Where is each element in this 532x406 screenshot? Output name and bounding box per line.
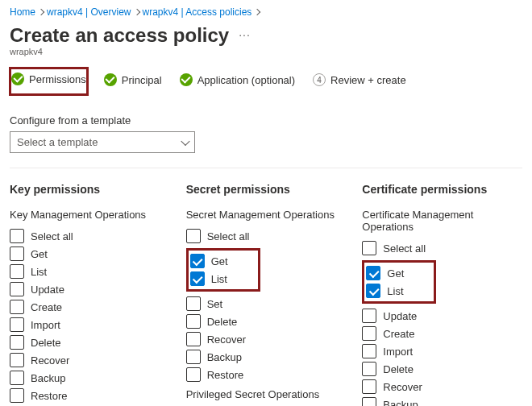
checkbox-icon	[190, 254, 205, 268]
checkbox-label: Select all	[383, 242, 426, 255]
group-title: Privileged Secret Operations	[186, 388, 347, 400]
checkbox-icon	[186, 332, 201, 346]
checkbox-label: Delete	[31, 337, 61, 349]
checkbox-icon	[362, 241, 376, 255]
permissions-column: Key permissionsKey Management Operations…	[10, 183, 170, 406]
checkbox-label: Delete	[383, 363, 414, 375]
checkbox-icon	[10, 282, 24, 296]
chevron-right-icon	[133, 9, 139, 15]
chevron-right-icon	[38, 9, 44, 15]
permission-checkbox[interactable]: Get	[10, 245, 170, 263]
permission-checkbox[interactable]: List	[190, 270, 255, 288]
checkbox-label: Recover	[31, 354, 69, 367]
checkbox-icon	[186, 314, 201, 329]
checkbox-label: Update	[383, 310, 417, 322]
checkbox-label: Restore	[207, 369, 244, 381]
check-circle-icon	[11, 72, 24, 85]
checkbox-label: Get	[211, 255, 228, 267]
permission-checkbox[interactable]: Create	[362, 325, 522, 342]
checkbox-label: Create	[31, 301, 62, 313]
page-title: Create an access policy	[10, 24, 229, 47]
permission-checkbox[interactable]: Backup	[362, 396, 522, 406]
checkbox-icon	[10, 371, 24, 385]
checkbox-icon	[10, 388, 24, 403]
checkbox-label: Set	[207, 298, 223, 310]
select-all-checkbox[interactable]: Select all	[186, 227, 347, 245]
highlight-box: GetList	[186, 248, 260, 292]
checkbox-icon	[362, 326, 376, 341]
wizard-step[interactable]: Permissions	[10, 68, 88, 95]
checkbox-label: Import	[383, 346, 413, 358]
check-circle-icon	[180, 73, 193, 86]
permission-checkbox[interactable]: Set	[186, 295, 347, 313]
highlight-box: GetList	[362, 260, 436, 304]
permission-checkbox[interactable]: List	[10, 263, 170, 280]
wizard-steps: PermissionsPrincipalApplication (optiona…	[10, 68, 522, 95]
select-all-checkbox[interactable]: Select all	[10, 227, 170, 245]
permission-checkbox[interactable]: List	[366, 282, 430, 300]
more-icon[interactable]: ···	[239, 28, 251, 41]
checkbox-label: Update	[31, 284, 64, 296]
breadcrumb-link[interactable]: wrapkv4 | Access policies	[143, 6, 252, 18]
checkbox-label: List	[211, 273, 227, 285]
checkbox-label: Backup	[383, 399, 418, 407]
check-circle-icon	[104, 73, 117, 86]
wizard-step[interactable]: Principal	[102, 68, 164, 94]
checkbox-icon	[186, 350, 201, 364]
breadcrumb: Homewrapkv4 | Overviewwrapkv4 | Access p…	[10, 6, 522, 18]
breadcrumb-link[interactable]: wrapkv4 | Overview	[47, 6, 131, 18]
checkbox-label: Create	[383, 328, 414, 340]
permission-checkbox[interactable]: Get	[366, 264, 430, 282]
checkbox-icon	[366, 284, 380, 298]
permission-checkbox[interactable]: Delete	[10, 334, 170, 351]
permission-checkbox[interactable]: Create	[10, 298, 170, 316]
permissions-column: Certificate permissionsCertificate Manag…	[362, 183, 522, 406]
checkbox-label: Recover	[207, 334, 246, 346]
wizard-step[interactable]: Application (optional)	[178, 68, 297, 94]
checkbox-label: Import	[31, 319, 60, 331]
permission-checkbox[interactable]: Update	[362, 307, 522, 325]
checkbox-icon	[362, 362, 376, 376]
permission-checkbox[interactable]: Recover	[186, 330, 347, 348]
permission-checkbox[interactable]: Delete	[186, 313, 347, 330]
permissions-columns: Key permissionsKey Management Operations…	[10, 183, 522, 406]
wizard-step-label: Review + create	[330, 74, 406, 86]
permission-checkbox[interactable]: Recover	[362, 378, 522, 396]
checkbox-icon	[10, 246, 24, 261]
permission-checkbox[interactable]: Restore	[186, 366, 347, 383]
checkbox-label: Recover	[383, 381, 422, 393]
permission-checkbox[interactable]: Recover	[10, 351, 170, 369]
checkbox-icon	[186, 229, 201, 243]
wizard-step-label: Permissions	[29, 73, 86, 85]
breadcrumb-link[interactable]: Home	[10, 6, 35, 18]
checkbox-icon	[362, 309, 376, 323]
wizard-step[interactable]: 4Review + create	[311, 68, 408, 94]
checkbox-label: Select all	[207, 230, 250, 242]
permission-checkbox[interactable]: Import	[362, 342, 522, 360]
checkbox-label: Delete	[207, 316, 238, 328]
checkbox-icon	[10, 264, 24, 279]
checkbox-label: Select all	[31, 230, 73, 242]
checkbox-label: Backup	[31, 372, 65, 384]
permission-checkbox[interactable]: Backup	[10, 369, 170, 387]
checkbox-icon	[10, 335, 24, 350]
permission-checkbox[interactable]: Update	[10, 280, 170, 298]
page-subtitle: wrapkv4	[10, 47, 522, 56]
checkbox-icon	[366, 266, 380, 280]
divider	[10, 168, 522, 168]
checkbox-icon	[362, 397, 376, 406]
permission-checkbox[interactable]: Get	[190, 252, 255, 270]
permission-checkbox[interactable]: Backup	[186, 348, 347, 366]
template-select-value[interactable]: Select a template	[10, 131, 195, 153]
checkbox-label: Get	[387, 267, 404, 280]
select-all-checkbox[interactable]: Select all	[362, 239, 522, 257]
template-select[interactable]: Select a template	[10, 131, 195, 153]
permission-checkbox[interactable]: Restore	[10, 387, 170, 404]
checkbox-icon	[186, 296, 201, 311]
column-title: Certificate permissions	[362, 183, 522, 196]
permission-checkbox[interactable]: Delete	[362, 360, 522, 378]
template-label: Configure from a template	[10, 114, 522, 126]
checkbox-icon	[190, 271, 205, 286]
permission-checkbox[interactable]: Import	[10, 316, 170, 334]
checkbox-label: List	[387, 285, 403, 297]
